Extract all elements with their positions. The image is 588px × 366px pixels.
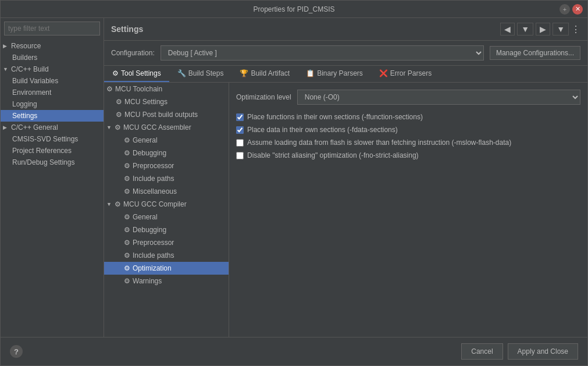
sidebar-item-run-debug[interactable]: Run/Debug Settings	[1, 157, 104, 168]
sidebar-item-settings[interactable]: Settings	[1, 110, 104, 122]
mtree-item-warnings[interactable]: ⚙ Warnings	[104, 275, 229, 287]
sidebar-item-label: Settings	[12, 112, 37, 120]
nav-more-button[interactable]: ⋮	[571, 24, 580, 35]
opt-level-label: Optimization level	[236, 93, 291, 101]
tree-arrow: ▶	[3, 125, 9, 130]
place-functions-label: Place functions in their own sections (-…	[247, 113, 423, 121]
config-select[interactable]: Debug [ Active ]	[161, 45, 484, 61]
nav-forward-dropdown-button[interactable]: ▼	[553, 23, 569, 35]
mtree-label: MCU GCC Assembler	[123, 123, 191, 132]
mtree-item-preprocessor-asm[interactable]: ⚙ Preprocessor	[104, 159, 229, 172]
mtree-item-mcu-settings[interactable]: ⚙ MCU Settings	[104, 95, 229, 108]
tab-label: Tool Settings	[121, 69, 161, 77]
mtree-label: Debugging	[133, 149, 166, 157]
mtree-item-general-compiler[interactable]: ⚙ General	[104, 211, 229, 223]
sidebar-item-cmsis-svd[interactable]: CMSIS-SVD Settings	[1, 133, 104, 145]
config-bar: Configuration: Debug [ Active ] Manage C…	[104, 41, 587, 66]
mcu-gcc-assembler-icon: ⚙	[115, 123, 121, 132]
tab-label: Build Artifact	[251, 69, 290, 77]
sidebar-item-label: Run/Debug Settings	[12, 158, 74, 166]
mtree-item-general-asm[interactable]: ⚙ General	[104, 134, 229, 147]
tab-label: Binary Parsers	[317, 69, 363, 77]
mtree-item-mcu-post-build[interactable]: ⚙ MCU Post build outputs	[104, 108, 229, 121]
mtree-item-debugging-compiler[interactable]: ⚙ Debugging	[104, 223, 229, 236]
mtree-label: General	[133, 213, 158, 221]
nav-forward-button[interactable]: ▶	[536, 23, 550, 35]
left-tree: ▶ Resource Builders ▼ C/C++ Build Build …	[1, 39, 104, 337]
bottom-left: ?	[10, 343, 457, 360]
mtree-label: MCU Toolchain	[115, 85, 162, 93]
sidebar-item-builders[interactable]: Builders	[1, 52, 104, 63]
sidebar-item-build-vars[interactable]: Build Variables	[1, 75, 104, 87]
mtree-item-debugging-asm[interactable]: ⚙ Debugging	[104, 147, 229, 159]
tab-tool-settings[interactable]: ⚙ Tool Settings	[104, 66, 169, 82]
checkbox-place-data: Place data in their own sections (-fdata…	[236, 126, 580, 134]
opt-level-row: Optimization level None (-O0)	[236, 90, 580, 105]
sidebar-item-resource[interactable]: ▶ Resource	[1, 40, 104, 52]
mtree-item-optimization[interactable]: ⚙ Optimization	[104, 262, 229, 275]
sidebar-item-label: Project References	[12, 147, 72, 155]
opt-level-select[interactable]: None (-O0)	[297, 90, 580, 105]
mcu-settings-icon: ⚙	[116, 98, 122, 106]
sidebar-item-logging[interactable]: Logging	[1, 98, 104, 110]
tab-label: Build Steps	[188, 69, 224, 77]
add-button[interactable]: +	[560, 4, 570, 15]
checkbox-disable-strict: Disable "strict aliasing" optimization (…	[236, 151, 580, 159]
manage-configs-button[interactable]: Manage Configurations...	[490, 46, 580, 60]
preprocessor-asm-icon: ⚙	[124, 162, 130, 170]
cancel-button[interactable]: Cancel	[461, 343, 503, 360]
sidebar-item-cpp-general[interactable]: ▶ C/C++ General	[1, 122, 104, 133]
place-data-label: Place data in their own sections (-fdata…	[247, 126, 398, 134]
tab-build-artifact[interactable]: 🏆 Build Artifact	[231, 66, 298, 82]
sidebar-item-label: Resource	[11, 42, 41, 50]
right-panel: Settings ◀ ▼ ▶ ▼ ⋮ Configuration: Debug …	[104, 18, 587, 337]
apply-close-button[interactable]: Apply and Close	[508, 343, 578, 360]
title-bar: Properties for PID_CMSIS + ✕	[1, 1, 587, 18]
assembler-arrow: ▼	[106, 125, 112, 130]
mtree-label: Miscellaneous	[133, 187, 177, 196]
place-data-checkbox[interactable]	[236, 126, 244, 134]
sidebar-item-label: Environment	[12, 88, 51, 97]
mtree-item-preprocessor-compiler[interactable]: ⚙ Preprocessor	[104, 236, 229, 249]
tab-error-parsers[interactable]: ❌ Error Parsers	[371, 66, 440, 82]
mtree-label: Preprocessor	[133, 239, 174, 247]
mtree-item-mcu-gcc-compiler[interactable]: ▼ ⚙ MCU GCC Compiler	[104, 198, 229, 211]
mtree-item-include-paths-asm[interactable]: ⚙ Include paths	[104, 172, 229, 185]
tab-build-steps[interactable]: 🔧 Build Steps	[169, 66, 232, 82]
mtree-item-miscellaneous[interactable]: ⚙ Miscellaneous	[104, 185, 229, 198]
sidebar-item-environment[interactable]: Environment	[1, 87, 104, 98]
mcu-post-build-icon: ⚙	[116, 111, 122, 119]
nav-back-dropdown-button[interactable]: ▼	[517, 23, 533, 35]
config-label: Configuration:	[111, 49, 155, 57]
mtree-label: Debugging	[133, 226, 166, 234]
compiler-arrow: ▼	[106, 201, 112, 207]
mtree-item-include-paths-compiler[interactable]: ⚙ Include paths	[104, 249, 229, 262]
debugging-compiler-icon: ⚙	[124, 226, 130, 234]
checkbox-place-functions: Place functions in their own sections (-…	[236, 113, 580, 121]
warnings-icon: ⚙	[124, 277, 130, 285]
binary-parsers-icon: 📋	[306, 69, 315, 77]
include-paths-asm-icon: ⚙	[124, 175, 130, 183]
mtree-item-mcu-gcc-assembler[interactable]: ▼ ⚙ MCU GCC Assembler	[104, 121, 229, 134]
sidebar-item-label: C/C++ General	[11, 123, 58, 132]
mtree-item-mcu-toolchain[interactable]: ⚙ MCU Toolchain	[104, 83, 229, 95]
assume-loading-checkbox[interactable]	[236, 139, 244, 147]
mtree-label: MCU Settings	[124, 98, 168, 106]
sidebar-item-project-refs[interactable]: Project References	[1, 145, 104, 157]
dialog-title: Properties for PID_CMSIS	[28, 5, 560, 13]
general-asm-icon: ⚙	[124, 136, 130, 144]
content-area: ▶ Resource Builders ▼ C/C++ Build Build …	[1, 18, 587, 337]
sidebar-item-label: CMSIS-SVD Settings	[12, 135, 78, 143]
close-button[interactable]: ✕	[572, 4, 583, 15]
help-button[interactable]: ?	[10, 345, 23, 358]
place-functions-checkbox[interactable]	[236, 113, 244, 121]
disable-strict-checkbox[interactable]	[236, 152, 244, 159]
left-panel: ▶ Resource Builders ▼ C/C++ Build Build …	[1, 18, 104, 337]
filter-input[interactable]	[4, 22, 100, 35]
settings-title: Settings	[111, 24, 143, 34]
main-content: ⚙ MCU Toolchain ⚙ MCU Settings ⚙ MCU Pos…	[104, 83, 587, 337]
nav-back-button[interactable]: ◀	[500, 23, 515, 35]
checkbox-assume-loading: Assume loading data from flash is slower…	[236, 138, 580, 147]
sidebar-item-cpp-build[interactable]: ▼ C/C++ Build	[1, 63, 104, 75]
tab-binary-parsers[interactable]: 📋 Binary Parsers	[298, 66, 371, 82]
